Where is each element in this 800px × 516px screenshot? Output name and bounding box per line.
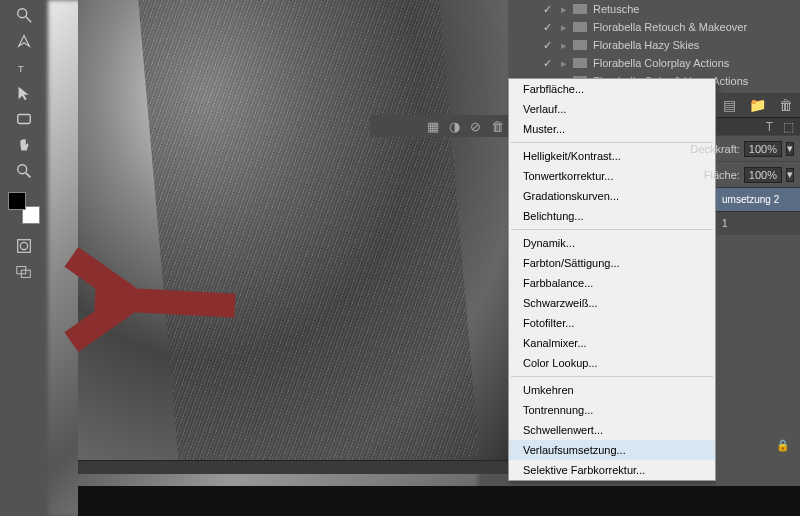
svg-line-5 — [26, 173, 31, 178]
menu-item-levels[interactable]: Tonwertkorrektur... — [509, 166, 715, 186]
action-folder-row[interactable]: ✓▸Florabella Hazy Skies — [535, 36, 800, 54]
layers-panel: ▤ 📁 🗑 T ⬚ Deckkraft: 100% ▾ Fläche: 100%… — [716, 93, 800, 516]
menu-item-posterize[interactable]: Tontrennung... — [509, 400, 715, 420]
svg-point-4 — [18, 165, 27, 174]
layer-row[interactable]: 1 — [716, 211, 800, 235]
document-iconbar: ▦ ◑ ⊘ 🗑 — [370, 115, 510, 137]
shape-tool-icon[interactable] — [12, 107, 36, 131]
new-folder-icon[interactable]: 📁 — [749, 97, 766, 113]
menu-item-curves[interactable]: Gradationskurven... — [509, 186, 715, 206]
canvas-scrollbar-track — [78, 460, 508, 474]
action-folder-row[interactable]: ✓▸Florabella Colorplay Actions — [535, 54, 800, 72]
iconbar-icon[interactable]: ▦ — [427, 119, 439, 134]
tools-toolbar: T — [0, 0, 48, 516]
menu-separator — [511, 142, 713, 143]
action-label: Florabella Retouch & Makeover — [593, 21, 747, 33]
action-folder-row[interactable]: ✓▸Florabella Retouch & Makeover — [535, 18, 800, 36]
iconbar-icon[interactable]: ◑ — [449, 119, 460, 134]
svg-rect-6 — [18, 240, 31, 253]
menu-item-color-balance[interactable]: Farbbalance... — [509, 273, 715, 293]
filter-icon[interactable]: T — [766, 120, 773, 134]
pen-tool-icon[interactable] — [12, 29, 36, 53]
action-folder-row[interactable]: ✓▸Retusche — [535, 0, 800, 18]
action-label: Florabella Colorplay Actions — [593, 57, 729, 69]
menu-separator — [511, 376, 713, 377]
menu-item-vibrance[interactable]: Dynamik... — [509, 233, 715, 253]
menu-separator — [511, 229, 713, 230]
menu-item-channel-mixer[interactable]: Kanalmixer... — [509, 333, 715, 353]
document-canvas[interactable] — [78, 0, 508, 470]
action-label: Retusche — [593, 3, 639, 15]
color-swatches[interactable] — [8, 192, 40, 224]
fill-value[interactable]: 100% — [744, 167, 782, 183]
filter-toggle-icon[interactable]: ⬚ — [783, 120, 794, 134]
fill-dropdown-icon[interactable]: ▾ — [786, 168, 794, 182]
iconbar-trash-icon[interactable]: 🗑 — [491, 119, 504, 134]
menu-item-gradient-map[interactable]: Verlaufsumsetzung... — [509, 440, 715, 460]
svg-point-7 — [20, 242, 27, 249]
menu-item-threshold[interactable]: Schwellenwert... — [509, 420, 715, 440]
svg-line-1 — [26, 17, 31, 22]
fill-row: Fläche: 100% ▾ — [716, 161, 800, 187]
bottom-bar — [78, 486, 800, 516]
menu-item-gradient[interactable]: Verlauf... — [509, 99, 715, 119]
opacity-label: Deckkraft: — [690, 143, 740, 155]
menu-item-color-lookup[interactable]: Color Lookup... — [509, 353, 715, 373]
opacity-dropdown-icon[interactable]: ▾ — [786, 142, 794, 156]
menu-item-solid-color[interactable]: Farbfläche... — [509, 79, 715, 99]
new-action-icon[interactable]: ▤ — [723, 97, 736, 113]
type-tool-icon[interactable]: T — [12, 55, 36, 79]
opacity-row: Deckkraft: 100% ▾ — [716, 135, 800, 161]
menu-item-exposure[interactable]: Belichtung... — [509, 206, 715, 226]
foreground-color-swatch[interactable] — [8, 192, 26, 210]
menu-item-selective-color[interactable]: Selektive Farbkorrektur... — [509, 460, 715, 480]
menu-item-black-white[interactable]: Schwarzweiß... — [509, 293, 715, 313]
quickmask-tool-icon[interactable] — [12, 234, 36, 258]
adjustment-layer-context-menu: Farbfläche... Verlauf... Muster... Helli… — [508, 78, 716, 481]
action-label: Florabella Hazy Skies — [593, 39, 699, 51]
menu-item-brightness[interactable]: Helligkeit/Kontrast... — [509, 146, 715, 166]
annotation-arrow — [55, 255, 235, 345]
lock-icon[interactable]: 🔒 — [776, 439, 790, 452]
zoom-tool-icon[interactable] — [12, 159, 36, 183]
opacity-value[interactable]: 100% — [744, 141, 782, 157]
svg-rect-3 — [18, 115, 31, 124]
menu-item-photo-filter[interactable]: Fotofilter... — [509, 313, 715, 333]
path-select-tool-icon[interactable] — [12, 81, 36, 105]
dodge-tool-icon[interactable] — [12, 3, 36, 27]
lock-row: 🔒 — [716, 434, 800, 456]
layer-filter-row[interactable]: T ⬚ — [716, 117, 800, 135]
menu-item-invert[interactable]: Umkehren — [509, 380, 715, 400]
iconbar-icon[interactable]: ⊘ — [470, 119, 481, 134]
layer-row-selected[interactable]: umsetzung 2 — [716, 187, 800, 211]
svg-point-0 — [18, 9, 27, 18]
panel-iconbar: ▤ 📁 🗑 — [716, 93, 800, 117]
image-content — [137, 0, 479, 470]
menu-item-pattern[interactable]: Muster... — [509, 119, 715, 139]
fill-label: Fläche: — [704, 169, 740, 181]
hand-tool-icon[interactable] — [12, 133, 36, 157]
trash-icon[interactable]: 🗑 — [779, 97, 793, 113]
svg-text:T: T — [18, 63, 24, 74]
screenmode-tool-icon[interactable] — [12, 260, 36, 284]
menu-item-hue-sat[interactable]: Farbton/Sättigung... — [509, 253, 715, 273]
